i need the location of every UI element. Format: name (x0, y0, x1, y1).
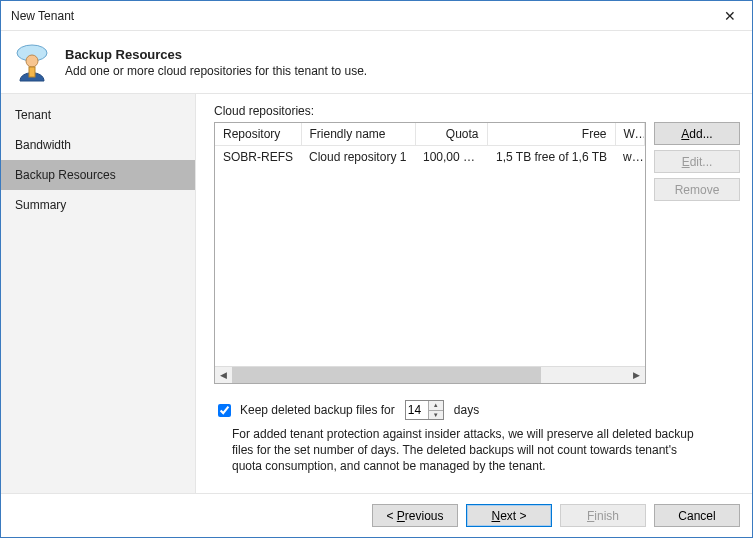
wizard-steps: Tenant Bandwidth Backup Resources Summar… (1, 94, 196, 493)
titlebar: New Tenant ✕ (1, 1, 752, 31)
col-wan[interactable]: WAN (615, 123, 645, 146)
col-friendly[interactable]: Friendly name (301, 123, 415, 146)
header-description: Add one or more cloud repositories for t… (65, 64, 367, 78)
keep-days-input[interactable] (406, 401, 428, 419)
scroll-thumb[interactable] (232, 367, 541, 383)
keep-deleted-checkbox[interactable] (218, 404, 231, 417)
spinner-up-icon[interactable]: ▲ (429, 401, 443, 411)
user-cloud-icon (11, 41, 53, 83)
svg-point-1 (26, 55, 38, 67)
horizontal-scrollbar[interactable]: ◀ ▶ (215, 366, 645, 383)
header-title: Backup Resources (65, 47, 367, 62)
keep-days-spinner[interactable]: ▲ ▼ (405, 400, 444, 420)
cell-free: 1,5 TB free of 1,6 TB (487, 146, 615, 169)
finish-button: Finish (560, 504, 646, 527)
svg-rect-2 (29, 67, 35, 77)
window-title: New Tenant (11, 9, 707, 23)
previous-button[interactable]: < Previous (372, 504, 458, 527)
cell-friendly: Cloud repository 1 (301, 146, 415, 169)
spinner-down-icon[interactable]: ▼ (429, 411, 443, 420)
sidebar-item-bandwidth[interactable]: Bandwidth (1, 130, 195, 160)
cell-repository: SOBR-REFS (215, 146, 301, 169)
cancel-button[interactable]: Cancel (654, 504, 740, 527)
cloud-repos-table[interactable]: Repository Friendly name Quota Free WAN … (214, 122, 646, 384)
col-free[interactable]: Free (487, 123, 615, 146)
table-header-row: Repository Friendly name Quota Free WAN (215, 123, 645, 146)
sidebar-item-backup-resources[interactable]: Backup Resources (1, 160, 195, 190)
close-button[interactable]: ✕ (707, 1, 752, 30)
sidebar-item-tenant[interactable]: Tenant (1, 100, 195, 130)
col-repository[interactable]: Repository (215, 123, 301, 146)
sidebar-item-summary[interactable]: Summary (1, 190, 195, 220)
keep-deleted-description: For added tenant protection against insi… (232, 426, 702, 475)
col-quota[interactable]: Quota (415, 123, 487, 146)
scroll-left-icon[interactable]: ◀ (215, 367, 232, 384)
cloud-repos-label: Cloud repositories: (214, 104, 740, 118)
table-row[interactable]: SOBR-REFS Cloud repository 1 100,00 GB 1… (215, 146, 645, 169)
remove-button: Remove (654, 178, 740, 201)
keep-days-suffix: days (454, 403, 479, 417)
cell-wan: wan1.cloudcon (615, 146, 645, 169)
edit-button: Edit... (654, 150, 740, 173)
add-button[interactable]: Add... (654, 122, 740, 145)
scroll-right-icon[interactable]: ▶ (628, 367, 645, 384)
cell-quota: 100,00 GB (415, 146, 487, 169)
wizard-header: Backup Resources Add one or more cloud r… (1, 31, 752, 94)
close-icon: ✕ (724, 8, 736, 24)
keep-deleted-label: Keep deleted backup files for (240, 403, 395, 417)
wizard-footer: < Previous Next > Finish Cancel (1, 493, 752, 537)
next-button[interactable]: Next > (466, 504, 552, 527)
